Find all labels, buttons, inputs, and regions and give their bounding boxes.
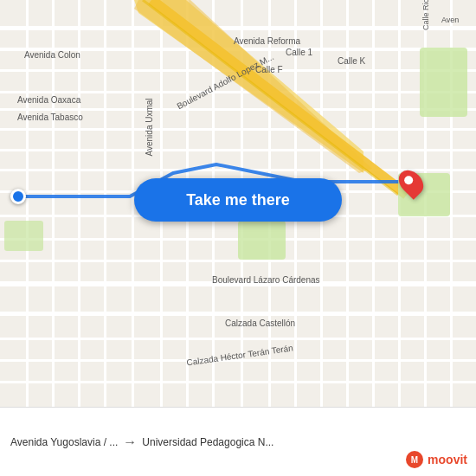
svg-rect-15 [0,359,476,362]
take-me-there-button[interactable]: Take me there [134,178,342,222]
svg-rect-13 [0,312,476,316]
svg-rect-12 [0,281,476,286]
bottom-bar: Avenida Yugoslavia / ... → Universidad P… [0,407,476,476]
svg-rect-0 [0,26,476,30]
svg-rect-11 [0,260,476,262]
origin-label: Avenida Yugoslavia / ... [10,436,118,448]
map-container: Avenida Colon Avenida Oaxaca Avenida Tab… [0,0,476,407]
moovit-logo: M moovit [405,450,467,469]
origin-marker [10,189,26,204]
svg-rect-14 [0,338,476,340]
moovit-text: moovit [428,453,467,466]
svg-rect-5 [0,128,476,131]
svg-rect-16 [0,381,476,383]
svg-rect-4 [0,108,476,111]
svg-text:M: M [411,455,418,465]
svg-rect-19 [78,0,80,407]
svg-rect-20 [104,0,106,407]
destination-label: Universidad Pedagogica N... [142,436,273,448]
destination-marker [401,169,421,196]
svg-rect-18 [52,0,55,407]
svg-rect-38 [238,221,286,260]
svg-rect-17 [26,0,29,407]
svg-rect-41 [4,221,43,251]
svg-rect-29 [346,0,349,407]
moovit-icon: M [405,450,424,469]
svg-rect-3 [0,91,476,93]
svg-rect-6 [0,149,476,151]
arrow-icon: → [123,434,137,450]
svg-rect-30 [372,0,375,407]
svg-rect-40 [420,48,467,117]
